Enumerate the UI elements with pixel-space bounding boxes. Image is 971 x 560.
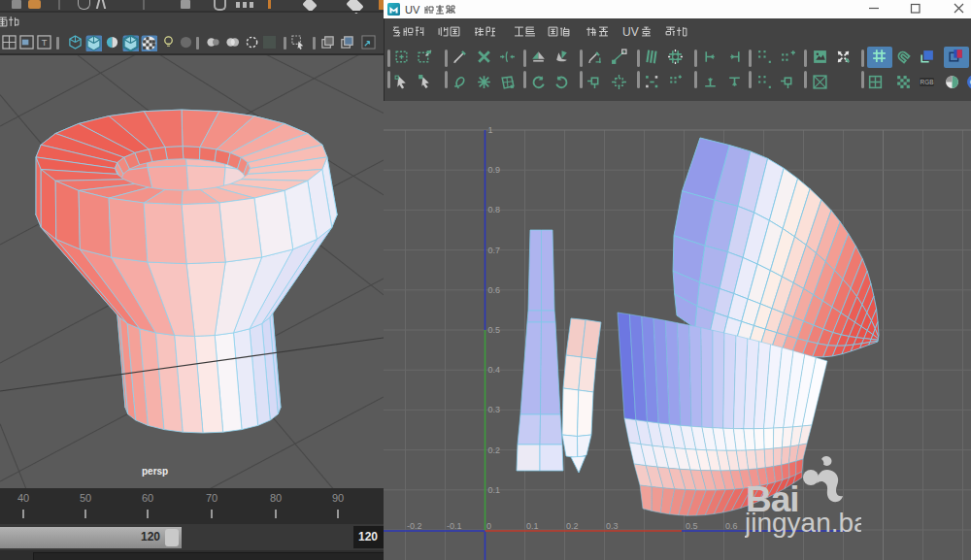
svg-text:0.2: 0.2	[566, 521, 579, 531]
svg-text:0.5: 0.5	[686, 521, 698, 531]
svg-text:-0.2: -0.2	[407, 521, 422, 531]
svg-text:0: 0	[486, 521, 491, 531]
svg-text:0.8: 0.8	[488, 205, 501, 214]
svg-text:0.9: 0.9	[488, 165, 501, 175]
svg-text:0.4: 0.4	[488, 365, 501, 375]
svg-text:0.6: 0.6	[488, 285, 501, 295]
svg-text:1: 1	[488, 125, 493, 135]
svg-text:0.1: 0.1	[488, 485, 501, 495]
svg-text:0.1: 0.1	[526, 521, 539, 531]
svg-text:0.6: 0.6	[725, 521, 738, 531]
svg-text:0.3: 0.3	[488, 405, 501, 414]
svg-text:-0.1: -0.1	[447, 521, 462, 531]
svg-text:RGB: RGB	[921, 79, 934, 85]
svg-text:0.2: 0.2	[488, 445, 501, 455]
svg-text:0.5: 0.5	[488, 325, 501, 335]
svg-text:0.7: 0.7	[488, 246, 501, 255]
svg-text:0.3: 0.3	[606, 521, 619, 531]
svg-text:T: T	[42, 38, 48, 48]
